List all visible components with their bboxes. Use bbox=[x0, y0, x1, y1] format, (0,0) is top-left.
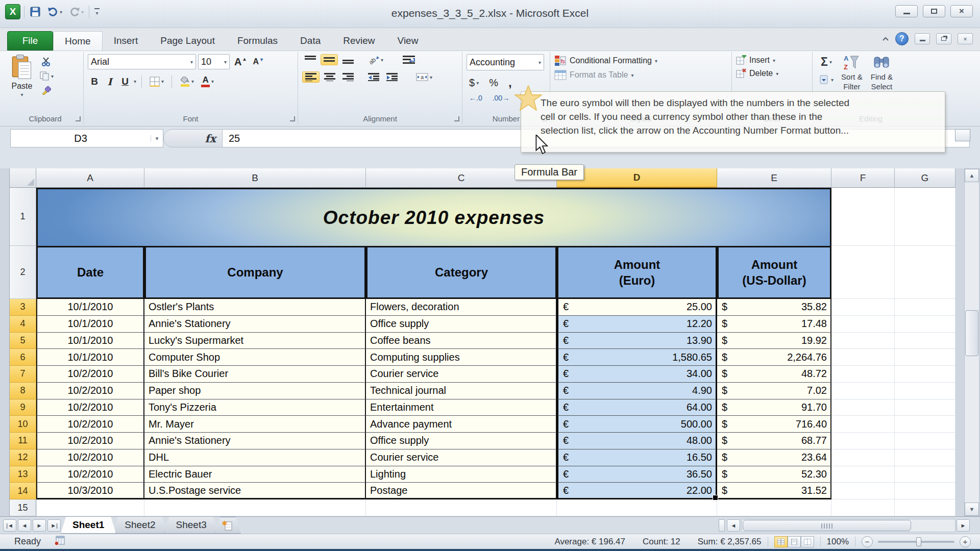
page-break-view-button[interactable] bbox=[801, 536, 814, 547]
cell-F[interactable] bbox=[831, 483, 895, 499]
cell-F[interactable] bbox=[831, 449, 895, 466]
cell-G[interactable] bbox=[895, 483, 955, 499]
cell-company[interactable]: Lucky's Supermarket bbox=[144, 333, 366, 349]
cell-amount-usd[interactable]: $ 91.70 bbox=[717, 399, 831, 416]
increase-font-button[interactable]: A▴ bbox=[232, 55, 248, 69]
sort-filter-button[interactable]: A Z Sort & Filter bbox=[837, 52, 867, 94]
merge-center-button[interactable]: a ▾ bbox=[413, 72, 435, 82]
cell-category[interactable]: Coffee beans bbox=[366, 333, 557, 349]
vertical-scrollbar[interactable]: ▲ ▼ bbox=[964, 168, 979, 516]
cell-company[interactable]: DHL bbox=[144, 449, 366, 466]
horizontal-split-handle[interactable] bbox=[719, 519, 725, 532]
cell-amount-euro[interactable]: € 13.90 bbox=[557, 333, 717, 349]
align-left-button[interactable] bbox=[302, 71, 320, 83]
cell-amount-usd[interactable]: $ 716.40 bbox=[717, 416, 831, 433]
scrollbar-track[interactable] bbox=[965, 182, 979, 503]
column-header-E[interactable]: E bbox=[717, 168, 831, 188]
row-header-2[interactable]: 2 bbox=[10, 246, 36, 299]
doc-close-button[interactable]: × bbox=[958, 33, 973, 44]
vertical-split-handle[interactable] bbox=[955, 129, 970, 141]
row-header[interactable]: 7 bbox=[10, 366, 36, 383]
cell-F2[interactable] bbox=[831, 246, 895, 299]
cell-amount-euro[interactable]: € 12.20 bbox=[557, 316, 717, 333]
header-category[interactable]: Category bbox=[366, 246, 557, 299]
tab-data[interactable]: Data bbox=[289, 31, 332, 51]
cell-company[interactable]: Ostler's Plants bbox=[144, 299, 366, 316]
cell-category[interactable]: Courier service bbox=[366, 449, 557, 466]
row-header[interactable]: 10 bbox=[10, 416, 36, 433]
cell-F[interactable] bbox=[831, 366, 895, 383]
cell-G[interactable] bbox=[895, 366, 955, 383]
cell-amount-usd[interactable]: $ 23.64 bbox=[717, 449, 831, 466]
zoom-in-button[interactable]: + bbox=[960, 536, 971, 547]
column-header-F[interactable]: F bbox=[831, 168, 895, 188]
cell-amount-usd[interactable]: $ 52.30 bbox=[717, 466, 831, 483]
cell-G[interactable] bbox=[895, 433, 955, 449]
normal-view-button[interactable] bbox=[774, 536, 788, 547]
delete-cells-button[interactable]: Delete ▾ bbox=[736, 68, 809, 79]
cell-amount-euro[interactable]: € 16.50 bbox=[557, 449, 717, 466]
bold-button[interactable]: B bbox=[88, 75, 101, 88]
decrease-decimal-button[interactable]: .00→ bbox=[490, 93, 512, 103]
help-button[interactable]: ? bbox=[895, 32, 909, 45]
cell-date[interactable]: 10/3/2010 bbox=[36, 483, 144, 499]
underline-button[interactable]: U bbox=[118, 75, 132, 88]
tab-insert[interactable]: Insert bbox=[103, 31, 150, 51]
cell-category[interactable]: Entertainment bbox=[366, 399, 557, 416]
cell-amount-usd[interactable]: $ 31.52 bbox=[717, 483, 831, 499]
cell-F[interactable] bbox=[831, 466, 895, 483]
number-format-select[interactable]: Accounting ▾ bbox=[467, 54, 544, 70]
cell-date[interactable]: 10/2/2010 bbox=[36, 366, 144, 383]
scroll-left-button[interactable]: ◄ bbox=[727, 519, 740, 532]
autosum-button[interactable]: Σ ▾ bbox=[817, 54, 836, 70]
scroll-down-button[interactable]: ▼ bbox=[965, 503, 979, 516]
row-header[interactable]: 11 bbox=[10, 433, 36, 449]
cell-company[interactable]: Bill's Bike Courier bbox=[144, 366, 366, 383]
cell-amount-usd[interactable]: $ 2,264.76 bbox=[717, 349, 831, 366]
cell-date[interactable]: 10/2/2010 bbox=[36, 399, 144, 416]
last-sheet-button[interactable]: ►| bbox=[47, 519, 61, 532]
copy-button[interactable]: ▾ bbox=[37, 70, 56, 82]
cell-company[interactable]: Annie's Stationery bbox=[144, 433, 366, 449]
cell-amount-usd[interactable]: $ 35.82 bbox=[717, 299, 831, 316]
scrollbar-thumb[interactable] bbox=[965, 310, 978, 356]
row-header-1[interactable]: 1 bbox=[10, 188, 36, 246]
cell-date[interactable]: 10/1/2010 bbox=[36, 316, 144, 333]
cell-F[interactable] bbox=[831, 333, 895, 349]
scroll-right-button[interactable]: ► bbox=[957, 519, 970, 532]
tab-page-layout[interactable]: Page Layout bbox=[149, 31, 226, 51]
row-header[interactable]: 13 bbox=[10, 466, 36, 483]
select-all-corner[interactable] bbox=[10, 168, 36, 188]
row-header[interactable]: 14 bbox=[10, 483, 36, 499]
fill-color-button[interactable]: ▾ bbox=[177, 76, 197, 88]
close-button[interactable]: × bbox=[950, 5, 973, 17]
cell-G[interactable] bbox=[895, 316, 955, 333]
scroll-up-button[interactable]: ▲ bbox=[965, 169, 979, 182]
cell-company[interactable]: Tony's Pizzeria bbox=[144, 399, 366, 416]
zoom-slider[interactable] bbox=[878, 541, 954, 543]
cell-amount-usd[interactable]: $ 17.48 bbox=[717, 316, 831, 333]
cell-amount-euro[interactable]: € 36.50 bbox=[557, 466, 717, 483]
decrease-font-button[interactable]: A▾ bbox=[250, 56, 265, 67]
row-header[interactable]: 6 bbox=[10, 349, 36, 366]
format-painter-button[interactable] bbox=[37, 85, 56, 96]
cut-button[interactable] bbox=[37, 56, 56, 67]
cell-category[interactable]: Courier service bbox=[366, 366, 557, 383]
cell-category[interactable]: Technical journal bbox=[366, 383, 557, 399]
insert-function-button[interactable]: fx bbox=[163, 129, 223, 147]
column-header-B[interactable]: B bbox=[144, 168, 366, 188]
cell-date[interactable]: 10/2/2010 bbox=[36, 416, 144, 433]
row-header-15[interactable]: 15 bbox=[10, 499, 36, 516]
accounting-format-button[interactable]: $ ▾ bbox=[467, 76, 481, 90]
zoom-slider-thumb[interactable] bbox=[916, 537, 921, 546]
conditional-formatting-button[interactable]: fs Conditional Formatting ▾ bbox=[554, 55, 728, 66]
cell-G[interactable] bbox=[895, 383, 955, 399]
cell-G[interactable] bbox=[895, 466, 955, 483]
cell-date[interactable]: 10/1/2010 bbox=[36, 299, 144, 316]
cell-G[interactable] bbox=[895, 333, 955, 349]
name-box[interactable]: D3 ▾ bbox=[10, 129, 163, 147]
cell-G[interactable] bbox=[895, 349, 955, 366]
cell-company[interactable]: U.S.Postage service bbox=[144, 483, 366, 499]
cell-G[interactable] bbox=[895, 399, 955, 416]
cell-category[interactable]: Lighting bbox=[366, 466, 557, 483]
